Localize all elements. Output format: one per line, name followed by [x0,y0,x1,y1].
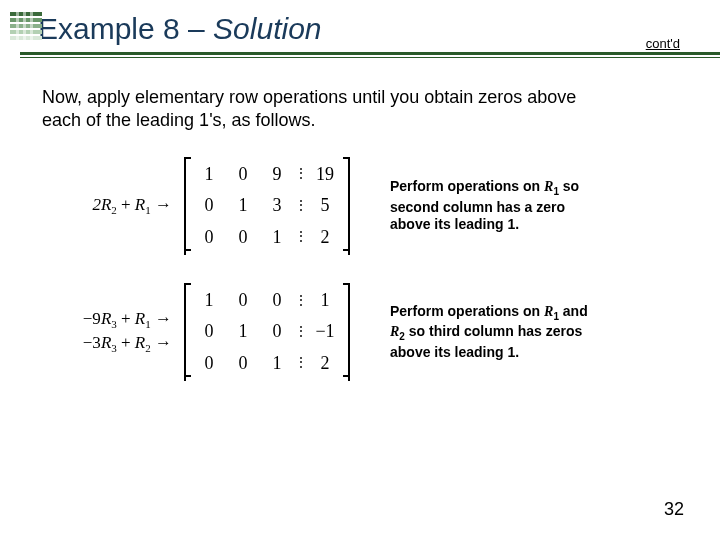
svg-rect-7 [30,12,33,40]
title-solution: Solution [213,12,321,45]
row-operations-2: −9R3 + R1 → −3R3 + R2 → [42,308,172,355]
svg-rect-6 [23,12,26,40]
contd-label: cont'd [646,36,680,51]
augmented-matrix-2: 100⋮1 010⋮−1 001⋮2 [178,283,356,381]
augmented-matrix-1: 109⋮19 013⋮5 001⋮2 [178,157,356,255]
caption-1: Perform operations on R1 so second colum… [390,178,600,233]
page-number: 32 [664,499,684,520]
slide-body: Now, apply elementary row operations unt… [0,58,720,381]
intro-paragraph: Now, apply elementary row operations unt… [42,86,592,133]
vdots-icon: ⋮ [294,230,308,244]
vdots-icon: ⋮ [294,294,308,308]
title-prefix: Example 8 – [38,12,213,45]
vdots-icon: ⋮ [294,167,308,181]
slide-header: Example 8 – Solution cont'd [0,0,720,58]
row-operations-1: 2R2 + R1 → [42,194,172,218]
header-rule [20,52,720,58]
slide-title: Example 8 – Solution [20,12,720,46]
logo-icon [10,12,50,42]
matrix-block-2: −9R3 + R1 → −3R3 + R2 → 100⋮1 010⋮−1 001… [42,283,680,381]
matrix-block-1: 2R2 + R1 → 109⋮19 013⋮5 001⋮2 Perform op… [42,157,680,255]
vdots-icon: ⋮ [294,356,308,370]
svg-rect-5 [16,12,19,40]
caption-2: Perform operations on R1 and R2 so third… [390,303,600,361]
vdots-icon: ⋮ [294,325,308,339]
vdots-icon: ⋮ [294,199,308,213]
